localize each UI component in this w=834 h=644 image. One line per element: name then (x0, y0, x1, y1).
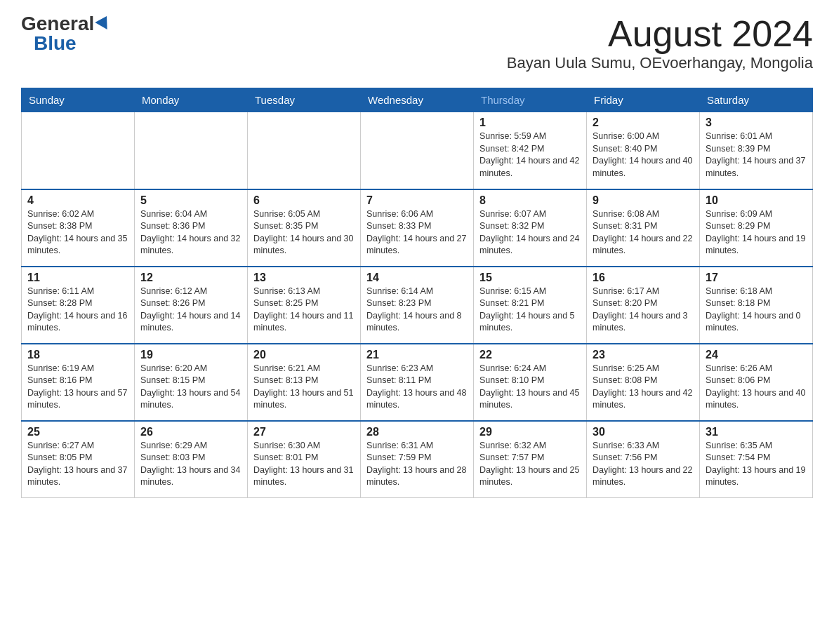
day-info: Sunrise: 6:08 AMSunset: 8:31 PMDaylight:… (593, 208, 694, 257)
calendar-cell: 21Sunrise: 6:23 AMSunset: 8:11 PMDayligh… (361, 344, 474, 421)
calendar-cell: 9Sunrise: 6:08 AMSunset: 8:31 PMDaylight… (587, 189, 700, 267)
day-number: 12 (140, 271, 241, 284)
day-info: Sunrise: 6:30 AMSunset: 8:01 PMDaylight:… (253, 440, 355, 489)
day-info: Sunrise: 6:17 AMSunset: 8:20 PMDaylight:… (593, 286, 694, 335)
calendar-cell: 28Sunrise: 6:31 AMSunset: 7:59 PMDayligh… (361, 421, 474, 498)
day-info: Sunrise: 6:26 AMSunset: 8:06 PMDaylight:… (706, 363, 807, 412)
calendar-cell: 7Sunrise: 6:06 AMSunset: 8:33 PMDaylight… (361, 189, 474, 267)
calendar-cell: 1Sunrise: 5:59 AMSunset: 8:42 PMDaylight… (474, 112, 587, 189)
calendar-week-1: 1Sunrise: 5:59 AMSunset: 8:42 PMDaylight… (22, 112, 813, 189)
day-number: 30 (593, 426, 694, 438)
day-number: 4 (27, 194, 128, 207)
day-info: Sunrise: 6:19 AMSunset: 8:16 PMDaylight:… (27, 363, 128, 412)
day-number: 26 (140, 426, 241, 438)
day-number: 20 (253, 349, 355, 361)
day-info: Sunrise: 6:12 AMSunset: 8:26 PMDaylight:… (140, 286, 241, 335)
day-info: Sunrise: 6:01 AMSunset: 8:39 PMDaylight:… (706, 130, 807, 180)
calendar-cell: 29Sunrise: 6:32 AMSunset: 7:57 PMDayligh… (474, 421, 587, 498)
calendar-cell: 3Sunrise: 6:01 AMSunset: 8:39 PMDaylight… (700, 112, 813, 189)
calendar-cell: 6Sunrise: 6:05 AMSunset: 8:35 PMDaylight… (248, 189, 361, 267)
day-info: Sunrise: 6:35 AMSunset: 7:54 PMDaylight:… (706, 440, 807, 489)
day-info: Sunrise: 6:04 AMSunset: 8:36 PMDaylight:… (140, 208, 241, 257)
calendar-cell: 12Sunrise: 6:12 AMSunset: 8:26 PMDayligh… (135, 267, 248, 344)
calendar-cell: 8Sunrise: 6:07 AMSunset: 8:32 PMDaylight… (474, 189, 587, 267)
day-number: 9 (593, 194, 694, 207)
day-info: Sunrise: 6:05 AMSunset: 8:35 PMDaylight:… (253, 208, 355, 257)
day-info: Sunrise: 6:11 AMSunset: 8:28 PMDaylight:… (27, 286, 128, 335)
day-info: Sunrise: 6:13 AMSunset: 8:25 PMDaylight:… (253, 286, 355, 335)
col-header-tuesday: Tuesday (248, 88, 361, 112)
calendar-week-3: 11Sunrise: 6:11 AMSunset: 8:28 PMDayligh… (22, 267, 813, 344)
calendar-cell: 25Sunrise: 6:27 AMSunset: 8:05 PMDayligh… (22, 421, 135, 498)
month-title: August 2024 (507, 14, 813, 54)
calendar-cell: 31Sunrise: 6:35 AMSunset: 7:54 PMDayligh… (700, 421, 813, 498)
day-info: Sunrise: 6:18 AMSunset: 8:18 PMDaylight:… (706, 286, 807, 335)
day-number: 29 (479, 426, 581, 438)
day-number: 8 (479, 194, 581, 207)
day-number: 31 (706, 426, 807, 438)
day-number: 6 (253, 194, 355, 207)
day-number: 3 (706, 116, 807, 129)
day-info: Sunrise: 6:27 AMSunset: 8:05 PMDaylight:… (27, 440, 128, 489)
day-number: 22 (479, 349, 581, 361)
day-info: Sunrise: 6:00 AMSunset: 8:40 PMDaylight:… (593, 130, 694, 180)
calendar-week-4: 18Sunrise: 6:19 AMSunset: 8:16 PMDayligh… (22, 344, 813, 421)
col-header-monday: Monday (135, 88, 248, 112)
calendar-cell: 15Sunrise: 6:15 AMSunset: 8:21 PMDayligh… (474, 267, 587, 344)
logo-blue-text: Blue (34, 34, 77, 53)
calendar-cell: 18Sunrise: 6:19 AMSunset: 8:16 PMDayligh… (22, 344, 135, 421)
calendar-cell: 2Sunrise: 6:00 AMSunset: 8:40 PMDaylight… (587, 112, 700, 189)
calendar-cell (248, 112, 361, 189)
day-number: 17 (706, 271, 807, 284)
day-number: 1 (479, 116, 581, 129)
calendar-cell: 20Sunrise: 6:21 AMSunset: 8:13 PMDayligh… (248, 344, 361, 421)
day-number: 10 (706, 194, 807, 207)
header-area: General Blue August 2024 Bayan Uula Sumu… (21, 14, 813, 81)
day-info: Sunrise: 6:23 AMSunset: 8:11 PMDaylight:… (366, 363, 468, 412)
day-info: Sunrise: 6:09 AMSunset: 8:29 PMDaylight:… (706, 208, 807, 257)
day-info: Sunrise: 5:59 AMSunset: 8:42 PMDaylight:… (479, 130, 581, 180)
col-header-sunday: Sunday (22, 88, 135, 112)
day-info: Sunrise: 6:02 AMSunset: 8:38 PMDaylight:… (27, 208, 128, 257)
day-number: 18 (27, 349, 128, 361)
day-number: 11 (27, 271, 128, 284)
calendar-cell: 17Sunrise: 6:18 AMSunset: 8:18 PMDayligh… (700, 267, 813, 344)
calendar-cell: 14Sunrise: 6:14 AMSunset: 8:23 PMDayligh… (361, 267, 474, 344)
calendar-cell: 23Sunrise: 6:25 AMSunset: 8:08 PMDayligh… (587, 344, 700, 421)
day-number: 21 (366, 349, 468, 361)
calendar-week-5: 25Sunrise: 6:27 AMSunset: 8:05 PMDayligh… (22, 421, 813, 498)
day-info: Sunrise: 6:25 AMSunset: 8:08 PMDaylight:… (593, 363, 694, 412)
day-number: 2 (593, 116, 694, 129)
day-info: Sunrise: 6:20 AMSunset: 8:15 PMDaylight:… (140, 363, 241, 412)
day-info: Sunrise: 6:24 AMSunset: 8:10 PMDaylight:… (479, 363, 581, 412)
logo: General Blue (21, 14, 111, 53)
col-header-thursday: Thursday (474, 88, 587, 112)
day-number: 19 (140, 349, 241, 361)
calendar-cell: 27Sunrise: 6:30 AMSunset: 8:01 PMDayligh… (248, 421, 361, 498)
calendar-cell: 5Sunrise: 6:04 AMSunset: 8:36 PMDaylight… (135, 189, 248, 267)
col-header-saturday: Saturday (700, 88, 813, 112)
calendar-cell: 11Sunrise: 6:11 AMSunset: 8:28 PMDayligh… (22, 267, 135, 344)
col-header-friday: Friday (587, 88, 700, 112)
calendar-cell: 30Sunrise: 6:33 AMSunset: 7:56 PMDayligh… (587, 421, 700, 498)
calendar-cell: 19Sunrise: 6:20 AMSunset: 8:15 PMDayligh… (135, 344, 248, 421)
calendar-cell (361, 112, 474, 189)
day-number: 14 (366, 271, 468, 284)
day-info: Sunrise: 6:33 AMSunset: 7:56 PMDaylight:… (593, 440, 694, 489)
calendar-table: SundayMondayTuesdayWednesdayThursdayFrid… (21, 88, 813, 498)
calendar-cell: 24Sunrise: 6:26 AMSunset: 8:06 PMDayligh… (700, 344, 813, 421)
calendar-cell: 22Sunrise: 6:24 AMSunset: 8:10 PMDayligh… (474, 344, 587, 421)
day-number: 24 (706, 349, 807, 361)
day-info: Sunrise: 6:31 AMSunset: 7:59 PMDaylight:… (366, 440, 468, 489)
calendar-header-row: SundayMondayTuesdayWednesdayThursdayFrid… (22, 88, 813, 112)
day-info: Sunrise: 6:14 AMSunset: 8:23 PMDaylight:… (366, 286, 468, 335)
day-number: 15 (479, 271, 581, 284)
calendar-cell: 13Sunrise: 6:13 AMSunset: 8:25 PMDayligh… (248, 267, 361, 344)
day-info: Sunrise: 6:21 AMSunset: 8:13 PMDaylight:… (253, 363, 355, 412)
logo-general-text: General (21, 14, 94, 34)
day-info: Sunrise: 6:32 AMSunset: 7:57 PMDaylight:… (479, 440, 581, 489)
calendar-cell: 26Sunrise: 6:29 AMSunset: 8:03 PMDayligh… (135, 421, 248, 498)
right-header: August 2024 Bayan Uula Sumu, OEvoerhanga… (507, 14, 813, 81)
day-number: 13 (253, 271, 355, 284)
day-number: 7 (366, 194, 468, 207)
